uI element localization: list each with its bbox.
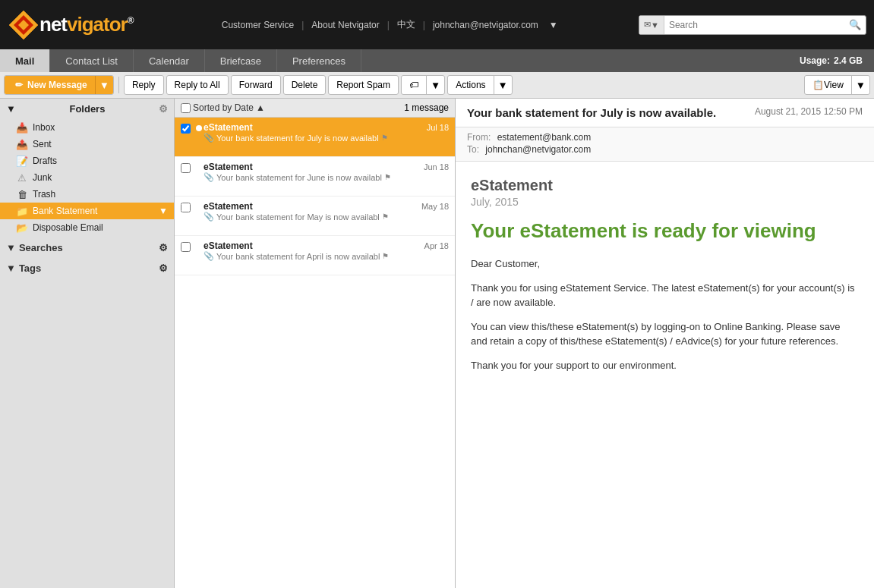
- tab-preferences[interactable]: Preferences: [277, 49, 361, 72]
- email-checkbox-2[interactable]: [181, 163, 191, 173]
- view-icon: 📋: [812, 80, 824, 90]
- email-sender-1: eStatement: [204, 122, 253, 133]
- searches-section[interactable]: ▼ Searches: [0, 236, 174, 256]
- logo-net: net: [39, 13, 67, 36]
- disposable-label: Disposable Email: [33, 222, 103, 233]
- tab-list: Mail Contact List Calendar Briefcase Pre…: [0, 49, 361, 72]
- tag-split: 🏷 ▼: [401, 75, 445, 95]
- email-preview-1: 📎 Your bank statement for July is now av…: [204, 133, 449, 143]
- nav-about[interactable]: About Netvigator: [304, 20, 387, 30]
- flag-icon-4: ⚑: [382, 252, 389, 260]
- view-button[interactable]: 📋 View: [805, 76, 851, 94]
- email-greeting: Dear Customer,: [471, 256, 859, 272]
- tags-gear-icon[interactable]: [159, 263, 168, 274]
- sidebar-item-inbox[interactable]: Inbox: [0, 119, 174, 136]
- email-row-3[interactable]: eStatement May 18 📎 Your bank statement …: [175, 197, 455, 236]
- email-check-3[interactable]: [181, 203, 194, 215]
- new-message-dropdown[interactable]: ▼: [95, 76, 113, 94]
- email-content-3: eStatement May 18 📎 Your bank statement …: [204, 201, 449, 222]
- logo-vigator: vigator: [67, 13, 128, 36]
- email-row-2[interactable]: eStatement Jun 18 📎 Your bank statement …: [175, 157, 455, 197]
- junk-label: Junk: [33, 172, 52, 183]
- email-preview-4: 📎 Your bank statement for April is now a…: [204, 251, 449, 261]
- tag-arrow-icon: ▼: [431, 80, 440, 91]
- new-message-button[interactable]: ✏ New Message: [5, 76, 95, 94]
- tags-toggle: ▼: [6, 263, 16, 274]
- tags-section[interactable]: ▼ Tags: [0, 256, 174, 277]
- sidebar: ▼ Folders Inbox Sent Drafts Junk Trash: [0, 99, 175, 588]
- email-date-1: Jul 18: [427, 123, 449, 132]
- drafts-label: Drafts: [33, 156, 57, 166]
- email-subject: Your bank statement for July is now avai…: [467, 106, 716, 119]
- tab-briefcase[interactable]: Briefcase: [205, 49, 277, 72]
- email-check-2[interactable]: [181, 163, 194, 175]
- report-spam-button[interactable]: Report Spam: [328, 75, 399, 95]
- email-top-3: eStatement May 18: [204, 201, 449, 212]
- bank-statement-expand[interactable]: ▼: [159, 206, 168, 216]
- sort-control[interactable]: Sorted by Date ▲: [181, 102, 265, 113]
- email-date-3: May 18: [421, 202, 449, 211]
- search-input[interactable]: [664, 20, 844, 30]
- meta-to: To: johnchan@netvigator.com: [467, 144, 863, 155]
- actions-dropdown[interactable]: ▼: [494, 76, 512, 94]
- sidebar-item-sent[interactable]: Sent: [0, 136, 174, 153]
- preview-text-3: Your bank statement for May is now avail…: [216, 212, 380, 222]
- email-check-4[interactable]: [181, 242, 194, 254]
- delete-button[interactable]: Delete: [283, 75, 327, 95]
- to-label: To:: [467, 144, 479, 155]
- disposable-icon: [15, 222, 29, 233]
- email-checkbox-4[interactable]: [181, 242, 191, 252]
- trash-label: Trash: [33, 189, 55, 200]
- email-checkbox-1[interactable]: [181, 124, 191, 134]
- logo-icon: [8, 9, 39, 41]
- usage-value: 2.4 GB: [834, 55, 863, 66]
- tag-dropdown[interactable]: ▼: [426, 76, 444, 94]
- search-button[interactable]: 🔍: [844, 19, 866, 30]
- select-all-checkbox[interactable]: [181, 103, 191, 113]
- email-preview-2: 📎 Your bank statement for June is now av…: [204, 172, 449, 182]
- nav-customer-service[interactable]: Customer Service: [214, 20, 301, 30]
- reply-all-button[interactable]: Reply to All: [166, 75, 229, 95]
- toolbar-sep-1: [118, 77, 119, 93]
- email-checkbox-3[interactable]: [181, 203, 191, 212]
- search-type-button[interactable]: ✉ ▼: [639, 16, 664, 34]
- searches-toggle: ▼: [6, 242, 16, 253]
- tab-contact-list[interactable]: Contact List: [50, 49, 134, 72]
- list-header: Sorted by Date ▲ 1 message: [175, 99, 455, 118]
- account-dropdown-arrow[interactable]: ▼: [549, 20, 558, 30]
- sidebar-item-trash[interactable]: Trash: [0, 186, 174, 203]
- sidebar-item-drafts[interactable]: Drafts: [0, 153, 174, 169]
- junk-icon: [15, 172, 29, 183]
- preview-text-2: Your bank statement for June is now avai…: [216, 173, 382, 182]
- folders-label: Folders: [69, 103, 105, 115]
- folders-header[interactable]: ▼ Folders: [0, 99, 174, 119]
- sidebar-item-disposable[interactable]: Disposable Email: [0, 219, 174, 236]
- new-message-label: New Message: [27, 80, 87, 90]
- email-dot-2: [194, 165, 204, 171]
- forward-button[interactable]: Forward: [231, 75, 281, 95]
- sidebar-item-junk[interactable]: Junk: [0, 169, 174, 186]
- new-message-arrow-icon: ▼: [99, 80, 109, 91]
- email-check-1[interactable]: [181, 124, 194, 136]
- folders-gear-icon[interactable]: [159, 103, 168, 115]
- meta-from: From: estatement@bank.com: [467, 132, 863, 143]
- sort-arrow: ▲: [256, 102, 265, 113]
- tab-mail[interactable]: Mail: [0, 49, 50, 72]
- email-date-2: Jun 18: [424, 162, 449, 171]
- email-row-4[interactable]: eStatement Apr 18 📎 Your bank statement …: [175, 236, 455, 275]
- nav-account[interactable]: johnchan@netvigator.com: [425, 20, 546, 30]
- email-row-1[interactable]: eStatement Jul 18 📎 Your bank statement …: [175, 118, 455, 157]
- tag-button[interactable]: 🏷: [402, 76, 426, 94]
- actions-button[interactable]: Actions: [448, 76, 493, 94]
- nav-chinese[interactable]: 中文: [390, 18, 423, 31]
- searches-gear-icon[interactable]: [159, 242, 168, 253]
- sidebar-item-bank-statement[interactable]: Bank Statement ▼: [0, 203, 174, 219]
- usage-label: Usage:: [800, 55, 830, 66]
- email-sender-2: eStatement: [204, 162, 253, 172]
- attach-icon-1: 📎: [204, 133, 214, 143]
- view-dropdown[interactable]: ▼: [851, 76, 869, 94]
- tab-calendar[interactable]: Calendar: [134, 49, 205, 72]
- inbox-icon: [15, 122, 29, 133]
- email-scroll-area[interactable]: eStatement July, 2015 Your eStatement is…: [456, 162, 874, 588]
- reply-button[interactable]: Reply: [124, 75, 164, 95]
